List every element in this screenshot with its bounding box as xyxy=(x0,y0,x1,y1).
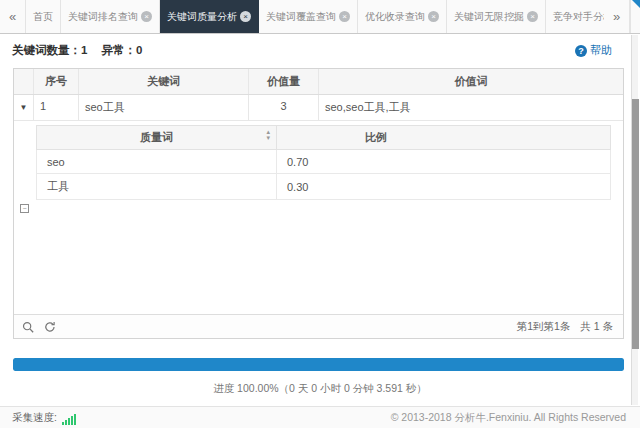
abnormal-count-text: 异常：0 xyxy=(101,43,142,58)
tabs-scroll-right-button[interactable]: » xyxy=(604,0,630,33)
tab-label: 优化收录查询 xyxy=(365,10,425,24)
keyword-count-text: 关键词数量：1 xyxy=(12,43,87,58)
collapse-row-icon[interactable]: ▼ xyxy=(20,103,28,112)
tab-close-icon[interactable]: × xyxy=(141,11,152,22)
tab-label: 竞争对手分析 xyxy=(553,10,604,24)
cell-value-words: seo,seo工具,工具 xyxy=(319,95,623,120)
progress-bar xyxy=(13,358,624,371)
grid-pager: 第1到第1条 共 1 条 xyxy=(14,314,623,338)
cell-ratio: 0.30 xyxy=(277,174,611,200)
tab-label: 关键词覆盖查询 xyxy=(266,10,336,24)
quality-words-table: 质量词 ▴▾ 比例 seo 0.70 工具 0.30 xyxy=(36,125,611,200)
tab-bar: « 首页 关键词排名查询 × 关键词质量分析 × 关键词覆盖查询 × 优化收录查… xyxy=(0,0,640,34)
tab-competitor-analysis[interactable]: 竞争对手分析 xyxy=(546,0,604,33)
tab-optimize-index-query[interactable]: 优化收录查询 × xyxy=(358,0,447,33)
progress-label: 进度 100.00%（0 天 0 小时 0 分钟 3.591 秒） xyxy=(0,382,640,396)
tab-label: 关键词质量分析 xyxy=(167,10,237,24)
subgrid-header-word[interactable]: 质量词 ▴▾ xyxy=(37,126,277,150)
subgrid-header-ratio[interactable]: 比例 xyxy=(277,126,611,150)
corner-accent xyxy=(632,0,640,8)
tab-label: 关键词排名查询 xyxy=(68,10,138,24)
subgrid-detail-row: − 质量词 ▴▾ 比例 seo 0.70 工具 0.30 xyxy=(14,121,623,221)
subgrid-row[interactable]: seo 0.70 xyxy=(37,150,611,174)
tab-keyword-quality-analysis[interactable]: 关键词质量分析 × xyxy=(160,0,259,33)
tab-close-icon[interactable]: × xyxy=(240,11,251,22)
column-header-keyword[interactable]: 关键词 xyxy=(79,69,249,94)
subgrid-header-word-label: 质量词 xyxy=(140,131,173,143)
tabs-scroll-left-button[interactable]: « xyxy=(0,0,26,33)
collect-speed-label: 采集速度: xyxy=(12,411,57,425)
tab-home[interactable]: 首页 xyxy=(26,0,61,33)
column-header-index[interactable]: 序号 xyxy=(34,69,79,94)
search-icon[interactable] xyxy=(22,321,34,333)
question-circle-icon: ? xyxy=(575,45,587,57)
grid-empty-area xyxy=(14,221,623,314)
cell-index: 1 xyxy=(34,95,79,120)
column-header-value-count[interactable]: 价值量 xyxy=(249,69,319,94)
cell-quality-word: 工具 xyxy=(37,174,277,200)
tab-label: 关键词无限挖掘 xyxy=(454,10,524,24)
progress-fill xyxy=(13,358,624,371)
tab-close-icon[interactable]: × xyxy=(428,11,439,22)
refresh-icon[interactable] xyxy=(44,321,56,333)
cell-keyword: seo工具 xyxy=(79,95,249,120)
grid-header-row: 序号 关键词 价值量 价值词 xyxy=(14,69,623,95)
tab-keyword-ranking-query[interactable]: 关键词排名查询 × xyxy=(61,0,160,33)
expand-column-header xyxy=(14,69,34,94)
signal-bars-icon xyxy=(62,414,76,425)
summary-bar: 关键词数量：1 异常：0 ? 帮助 xyxy=(0,34,640,64)
sort-icon[interactable]: ▴▾ xyxy=(266,129,270,141)
scrollbar-thumb[interactable] xyxy=(632,99,639,349)
help-link[interactable]: ? 帮助 xyxy=(575,43,612,58)
cell-value-count: 3 xyxy=(249,95,319,120)
cell-ratio: 0.70 xyxy=(277,150,611,174)
table-row[interactable]: ▼ 1 seo工具 3 seo,seo工具,工具 xyxy=(14,95,623,121)
keyword-grid: 序号 关键词 价值量 价值词 ▼ 1 seo工具 3 seo,seo工具,工具 … xyxy=(13,68,624,339)
copyright-text: © 2013-2018 分析牛.Fenxiniu. All Rights Res… xyxy=(391,411,626,425)
cell-quality-word: seo xyxy=(37,150,277,174)
subgrid-row[interactable]: 工具 0.30 xyxy=(37,174,611,200)
help-label: 帮助 xyxy=(590,43,612,58)
vertical-scrollbar[interactable] xyxy=(631,35,638,405)
tab-keyword-mining[interactable]: 关键词无限挖掘 × xyxy=(447,0,546,33)
collapse-subgrid-icon[interactable]: − xyxy=(20,204,29,213)
pager-range-text: 第1到第1条 xyxy=(517,320,571,334)
status-bar: 采集速度: © 2013-2018 分析牛.Fenxiniu. All Righ… xyxy=(0,406,640,428)
tab-close-icon[interactable]: × xyxy=(339,11,350,22)
tab-close-icon[interactable]: × xyxy=(527,11,538,22)
column-header-value-words[interactable]: 价值词 xyxy=(319,69,623,94)
tab-keyword-coverage-query[interactable]: 关键词覆盖查询 × xyxy=(259,0,358,33)
tab-label: 首页 xyxy=(33,10,53,24)
pager-total-text: 共 1 条 xyxy=(580,320,613,334)
